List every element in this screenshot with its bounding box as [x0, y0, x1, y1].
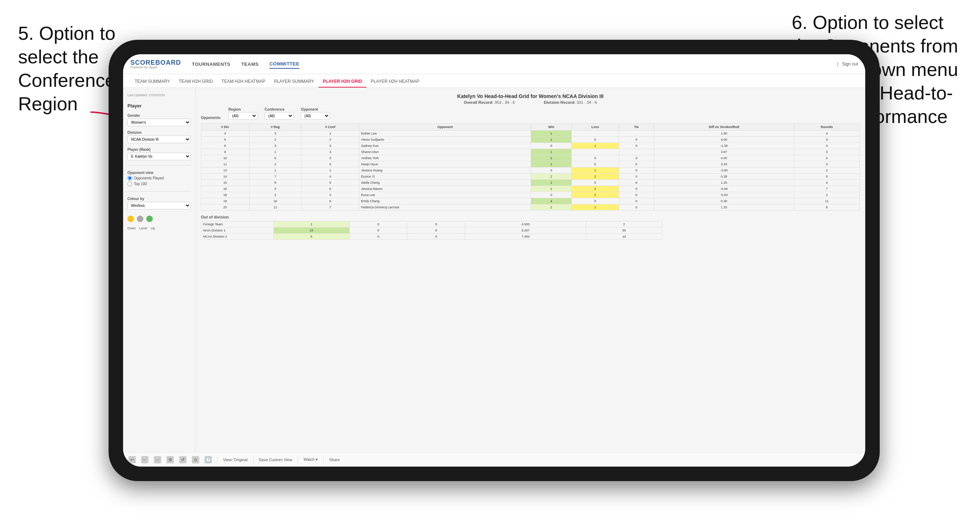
conference-filter-group: Conference (All) — [265, 108, 294, 120]
h2h-table: # Div # Reg # Conf Opponent Win Loss Tie… — [201, 123, 860, 211]
player-rank-label: Player (Rank) — [127, 148, 191, 152]
sub-nav-player-h2h-grid[interactable]: PLAYER H2H GRID — [318, 76, 366, 87]
overall-record: Overall Record: 353 - 34 - 6 — [464, 100, 515, 105]
division-select[interactable]: NCAA Division III — [127, 136, 191, 143]
table-row: 1063 Andrea York 200 4.004 — [201, 155, 860, 161]
toolbar-sep3 — [298, 456, 298, 464]
table-row: 1125 Heejo Hyun 100 3.333 — [201, 161, 860, 167]
cell-rounds: 4 — [794, 130, 859, 137]
legend-down-label: Down — [127, 226, 136, 230]
toolbar-back[interactable]: ← — [141, 456, 148, 464]
table-row: 1311 Jessica Huang 010 -3.002 — [201, 167, 860, 174]
th-rounds: Rounds — [794, 124, 859, 130]
colour-by-select[interactable]: Win/loss — [127, 202, 191, 210]
out-of-division-table: Foreign Team 100 4.5002 NAIA Division 1 … — [201, 221, 662, 240]
out-of-division: Out of division Foreign Team 100 4.5002 … — [201, 215, 860, 240]
cell-tie — [619, 130, 654, 137]
legend-row — [127, 216, 191, 222]
toolbar-settings[interactable]: ⚙ — [167, 456, 174, 464]
radio-top100[interactable]: Top 100 — [127, 182, 191, 186]
division-label: Division — [127, 130, 191, 135]
sidebar-player-title: Player — [127, 103, 191, 108]
legend-level-dot — [137, 216, 143, 222]
toolbar-clock[interactable]: 🕐 — [205, 456, 212, 464]
cell-opponent: Esther Lee — [359, 130, 531, 137]
out-of-division-title: Out of division — [201, 215, 860, 219]
toolbar-sep2 — [253, 456, 253, 464]
table-row: 914 Sharon Mun 1 3.673 — [201, 149, 860, 155]
toolbar-undo[interactable]: ↩ — [129, 456, 136, 464]
toolbar-sep1 — [217, 456, 218, 464]
tablet-device: SCOREBOARD Powered by clippd TOURNAMENTS… — [108, 40, 880, 481]
toolbar-sep4 — [323, 456, 324, 464]
region-filter-group: Region (All) — [228, 108, 258, 120]
legend-down-dot — [127, 216, 134, 222]
legend-up-label: Up — [151, 226, 155, 230]
scoreboard-logo: SCOREBOARD Powered by clippd — [130, 59, 181, 69]
legend-labels: Down Level Up — [127, 226, 191, 230]
cell-div: 3 — [201, 130, 250, 137]
toolbar-refresh[interactable]: ↺ — [179, 456, 186, 464]
cell-reg: 3 — [249, 130, 302, 137]
table-row: 1636 Jessica Mason 120 -0.947 — [201, 186, 860, 192]
opponent-filter-label: Opponent — [301, 108, 330, 111]
table-row: NCAA Division 2 500 7.40010 — [201, 234, 662, 240]
table-row: 20117 Federica Domecq Lacroze 210 1.336 — [201, 204, 860, 211]
nav-items: TOURNAMENTS TEAMS COMMITTEE — [192, 60, 827, 69]
opponent-filter-group: Opponent (All) — [301, 108, 330, 120]
toolbar-circle[interactable]: ⊙ — [192, 456, 199, 464]
nav-teams[interactable]: TEAMS — [241, 60, 258, 68]
legend-level-label: Level — [139, 226, 147, 230]
report-title: Katelyn Vo Head-to-Head Grid for Women's… — [201, 93, 860, 99]
gender-label: Gender — [127, 114, 191, 117]
logo-text: SCOREBOARD — [130, 59, 181, 66]
report-records: Overall Record: 353 - 34 - 6 Division Re… — [201, 100, 860, 105]
content-area: Katelyn Vo Head-to-Head Grid for Women's… — [196, 88, 865, 452]
sub-nav-team-h2h-heatmap[interactable]: TEAM H2H HEATMAP — [217, 76, 270, 87]
toolbar-share[interactable]: Share — [329, 457, 340, 462]
legend-up-dot — [146, 216, 153, 222]
toolbar-view-original[interactable]: View: Original — [223, 457, 248, 462]
player-rank-select[interactable]: 6. Katelyn Vo — [127, 152, 191, 160]
sub-nav-team-h2h-grid[interactable]: TEAM H2H GRID — [175, 76, 217, 87]
th-win: Win — [531, 124, 572, 130]
app-header: SCOREBOARD Powered by clippd TOURNAMENTS… — [123, 54, 865, 74]
opponent-filter-select[interactable]: (All) — [301, 112, 330, 120]
cell-diff: 1.50 — [654, 130, 794, 137]
table-row: Foreign Team 100 4.5002 — [201, 221, 662, 227]
gender-select[interactable]: Women's — [127, 119, 191, 126]
th-div: # Div — [201, 124, 250, 130]
toolbar-save-custom[interactable]: Save Custom View — [259, 457, 293, 462]
opponents-label: Opponents: — [201, 116, 221, 120]
sub-nav-team-summary[interactable]: TEAM SUMMARY — [130, 76, 175, 87]
filters-row: Opponents: Region (All) Conference (All) — [201, 108, 860, 120]
cell-win: 1 — [531, 130, 572, 137]
logo-subtext: Powered by clippd — [130, 66, 181, 69]
sub-nav-player-summary[interactable]: PLAYER SUMMARY — [270, 76, 318, 87]
conference-filter-select[interactable]: (All) — [265, 112, 294, 120]
th-reg: # Reg — [249, 124, 302, 130]
toolbar-forward[interactable]: → — [154, 456, 161, 464]
sub-nav: TEAM SUMMARY TEAM H2H GRID TEAM H2H HEAT… — [123, 74, 865, 88]
region-filter-select[interactable]: (All) — [228, 112, 258, 120]
sub-nav-player-h2h-heatmap[interactable]: PLAYER H2H HEATMAP — [366, 76, 423, 87]
th-tie: Tie — [619, 124, 654, 130]
toolbar-watch[interactable]: Watch ▾ — [303, 457, 318, 462]
toolbar-bottom: ↩ ← → ⚙ ↺ ⊙ 🕐 View: Original Save Custom… — [123, 452, 865, 467]
conference-filter-label: Conference — [265, 108, 294, 111]
radio-opponents-played[interactable]: Opponents Played — [127, 176, 191, 181]
nav-committee[interactable]: COMMITTEE — [269, 60, 299, 69]
opponent-view-radio-group: Opponents Played Top 100 — [127, 176, 191, 186]
colour-by-label: Colour by — [127, 197, 191, 201]
sidebar: Last Updated: 27/03/2024 Player Gender W… — [123, 88, 196, 452]
table-row: 1474 Eunice Yi 220 0.389 — [201, 174, 860, 180]
nav-right: | Sign out — [837, 62, 858, 67]
nav-separator: | — [837, 62, 838, 67]
nav-tournaments[interactable]: TOURNAMENTS — [192, 60, 230, 68]
table-row: NAIA Division 1 1500 9.26730 — [201, 227, 662, 234]
division-record: Division Record: 331 - 34 - 6 — [544, 100, 597, 105]
cell-loss — [572, 130, 619, 137]
sign-out-link[interactable]: Sign out — [842, 62, 858, 67]
cell-conf: 1 — [302, 130, 359, 137]
table-row: 522 Alexis Sudjianto 100 4.003 — [201, 137, 860, 143]
